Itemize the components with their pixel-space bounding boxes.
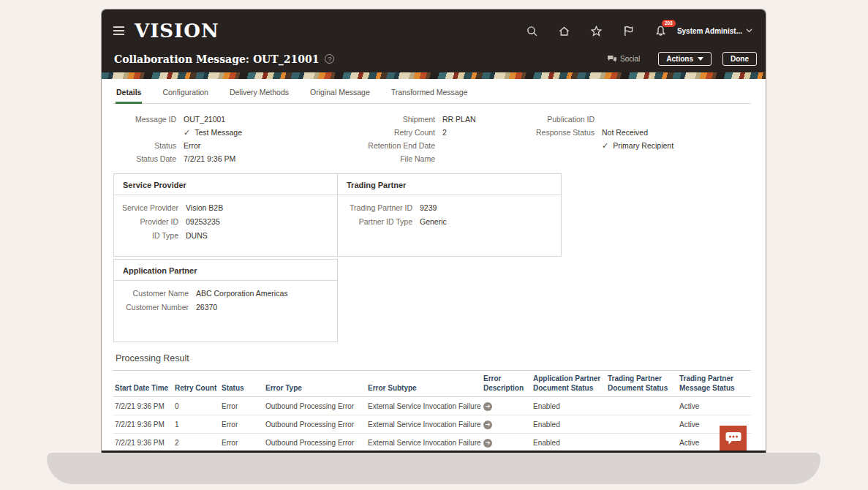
trading-partner-panel: Trading Partner Trading Partner ID 9239 … — [337, 173, 562, 257]
actions-label: Actions — [666, 55, 693, 63]
favorites-star-icon[interactable] — [590, 25, 603, 37]
tab-configuration[interactable]: Configuration — [162, 83, 208, 104]
field-label: Status — [118, 141, 184, 150]
chat-bubble-icon — [725, 431, 741, 445]
decorative-banner — [102, 72, 766, 79]
field-value: 26370 — [196, 303, 217, 312]
field-publication-id: Publication ID — [523, 115, 714, 124]
error-detail-arrow-icon[interactable]: ➔ — [483, 421, 492, 429]
field-label: Message ID — [118, 115, 184, 124]
desktop-background: { "header": { "brand": "VISION", "notifi… — [0, 0, 868, 490]
field-value: 2 — [442, 128, 447, 137]
field-label: Status Date — [118, 154, 184, 163]
field-label: ID Type — [114, 231, 186, 240]
global-header: VISION 203 — [102, 10, 766, 72]
laptop-screen: VISION 203 — [102, 10, 766, 453]
menu-icon[interactable] — [113, 26, 124, 35]
tab-transformed-message[interactable]: Transformed Message — [390, 83, 469, 104]
social-button[interactable]: Social — [607, 55, 640, 63]
processing-result-title: Processing Result — [116, 353, 751, 363]
field-file-name: File Name — [339, 154, 523, 163]
table-header-row: Start Date Time Retry Count Status Error… — [113, 371, 751, 397]
field-partner-id-type: Partner ID Type Generic — [338, 217, 561, 226]
field-trading-partner-id: Trading Partner ID 9239 — [338, 203, 561, 212]
col-trading-partner-message-status: Trading Partner Message Status — [678, 371, 751, 397]
field-value: Generic — [420, 217, 447, 226]
error-detail-arrow-icon[interactable]: ➔ — [483, 439, 492, 448]
application-partner-panel: Application Partner Customer Name ABC Co… — [113, 259, 338, 342]
details-form: Message ID OUT_21001 ✓ Test Message Stat… — [113, 104, 751, 170]
field-retention-end-date: Retention End Date — [339, 141, 523, 150]
field-value: Not Received — [602, 128, 648, 137]
brand-logo[interactable]: VISION — [135, 20, 219, 42]
field-value: ABC Corporation Americas — [196, 289, 287, 298]
field-label: Shipment — [339, 115, 442, 124]
header-icons: 203 — [526, 25, 667, 37]
field-customer-number: Customer Number 26370 — [114, 303, 337, 312]
checkbox-checked-icon[interactable]: ✓ — [184, 129, 190, 137]
field-shipment: Shipment RR PLAN — [339, 115, 523, 124]
field-value: Vision B2B — [186, 203, 223, 212]
notifications-badge: 203 — [662, 20, 676, 28]
field-value: OUT_21001 — [184, 115, 225, 124]
top-bar: VISION 203 — [102, 10, 766, 52]
partner-panels: Service Provider Service Provider Vision… — [113, 173, 751, 257]
notifications-bell-icon[interactable]: 203 — [654, 25, 667, 37]
social-label: Social — [620, 55, 640, 63]
field-value: 09253235 — [186, 217, 220, 226]
field-primary-recipient: ✓ Primary Recipient — [523, 141, 714, 150]
checkbox-label: Test Message — [195, 128, 242, 137]
field-response-status: Response Status Not Received — [523, 128, 714, 137]
form-column-1: Message ID OUT_21001 ✓ Test Message Stat… — [118, 115, 339, 163]
tab-details[interactable]: Details — [116, 83, 142, 104]
table-row[interactable]: 7/2/21 9:36 PM 1 Error Outbound Processi… — [113, 415, 751, 434]
col-status: Status — [220, 371, 264, 397]
field-id-type: ID Type DUNS — [114, 231, 337, 240]
checkbox-checked-icon[interactable]: ✓ — [602, 142, 608, 150]
actions-button[interactable]: Actions — [658, 52, 712, 66]
field-service-provider: Service Provider Vision B2B — [114, 203, 337, 212]
field-label: Retry Count — [339, 128, 442, 137]
checkbox-label: Primary Recipient — [613, 141, 673, 150]
field-label: File Name — [339, 154, 442, 163]
field-label: Response Status — [523, 128, 602, 137]
tab-delivery-methods[interactable]: Delivery Methods — [229, 83, 290, 104]
user-menu[interactable]: System Administ... — [677, 27, 752, 35]
done-label: Done — [731, 55, 749, 63]
dropdown-caret-icon — [698, 57, 703, 61]
field-customer-name: Customer Name ABC Corporation Americas — [114, 289, 337, 298]
tab-original-message[interactable]: Original Message — [309, 83, 371, 104]
search-icon[interactable] — [526, 25, 538, 37]
field-label: Customer Name — [114, 289, 196, 298]
col-application-partner-document-status: Application Partner Document Status — [532, 371, 606, 397]
field-value: DUNS — [186, 231, 208, 240]
processing-result-table: Start Date Time Retry Count Status Error… — [113, 370, 751, 452]
done-button[interactable]: Done — [722, 52, 757, 66]
form-column-2: Shipment RR PLAN Retry Count 2 Retention… — [339, 115, 523, 163]
col-retry-count: Retry Count — [173, 371, 220, 397]
table-row[interactable]: 7/2/21 9:36 PM 2 Error Outbound Processi… — [113, 434, 751, 452]
home-icon[interactable] — [558, 25, 570, 37]
error-detail-arrow-icon[interactable]: ➔ — [483, 402, 492, 411]
field-status: Status Error — [118, 141, 339, 150]
field-status-date: Status Date 7/2/21 9:36 PM — [118, 154, 339, 163]
col-trading-partner-document-status: Trading Partner Document Status — [606, 371, 678, 397]
field-label: Service Provider — [114, 203, 186, 212]
page-title: Collaboration Message: OUT_21001 — [114, 53, 319, 65]
field-message-id: Message ID OUT_21001 — [118, 115, 339, 124]
form-column-3: Publication ID Response Status Not Recei… — [523, 115, 714, 163]
social-bubbles-icon — [607, 55, 617, 63]
field-label: Publication ID — [523, 115, 602, 124]
field-value: Error — [184, 141, 200, 150]
col-error-subtype: Error Subtype — [366, 371, 482, 397]
tab-bar: Details Configuration Delivery Methods O… — [113, 83, 751, 104]
field-label: Provider ID — [114, 217, 186, 226]
chevron-down-icon — [746, 29, 752, 33]
field-label: Retention End Date — [339, 141, 442, 150]
col-error-description: Error Description — [482, 371, 532, 397]
chat-widget-button[interactable] — [720, 426, 747, 451]
flag-icon[interactable] — [622, 25, 635, 37]
field-value: 9239 — [420, 203, 437, 212]
help-icon[interactable]: ? — [325, 54, 334, 64]
table-row[interactable]: 7/2/21 9:36 PM 0 Error Outbound Processi… — [113, 397, 751, 415]
